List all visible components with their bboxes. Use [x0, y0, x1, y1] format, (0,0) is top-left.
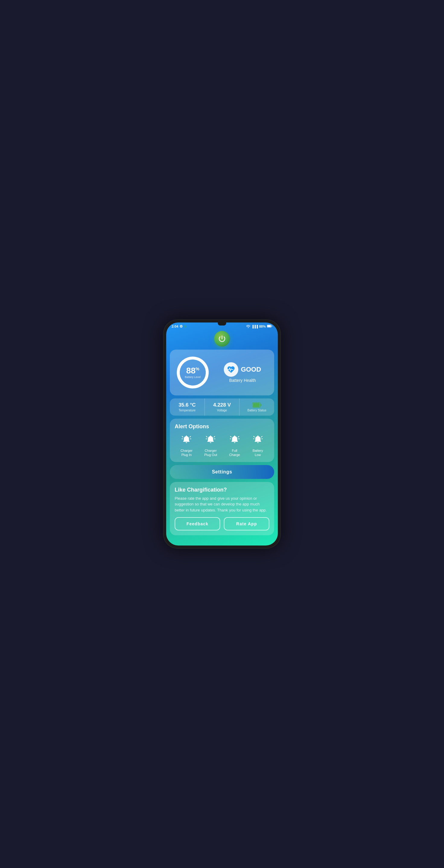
battery-status-label: Battery Status	[247, 409, 266, 412]
svg-line-17	[238, 436, 239, 437]
power-button-container	[166, 331, 278, 347]
full-charge-alert[interactable]: FullCharge	[229, 434, 240, 457]
like-card-buttons: Feedback Rate App	[175, 517, 269, 530]
battery-gauge: 88% Battery Level	[175, 354, 211, 391]
bell-ringing-icon-4	[252, 434, 264, 447]
temperature-stat: 35.6 °C Temperature	[170, 398, 205, 415]
alert-options-title: Alert Options	[175, 424, 269, 430]
temperature-value: 35.6 °C	[172, 402, 202, 408]
power-button[interactable]	[214, 331, 230, 347]
status-left: 2:04 ⚙ ↻	[172, 324, 186, 329]
like-card-title: Like Chargification?	[175, 487, 269, 493]
battery-level-value: 88%	[185, 367, 201, 375]
battery-icon	[267, 324, 272, 328]
voltage-value: 4.228 V	[207, 402, 237, 408]
battery-status-text: 88%	[259, 324, 266, 328]
svg-line-13	[214, 436, 215, 437]
battery-full-icon	[253, 402, 262, 408]
voltage-stat: 4.228 V Voltage	[205, 398, 240, 415]
svg-line-16	[230, 436, 231, 437]
sync-icon: ↻	[184, 325, 186, 328]
phone-screen: 2:04 ⚙ ↻ ▐▐▐ 88%	[166, 322, 278, 546]
camera-notch	[218, 322, 226, 326]
full-charge-label: FullCharge	[229, 448, 240, 457]
health-status: GOOD	[241, 366, 261, 373]
alert-options-card: Alert Options	[170, 418, 274, 462]
battery-status-stat: Battery Status	[239, 398, 274, 415]
voltage-label: Voltage	[207, 409, 237, 412]
svg-rect-2	[272, 326, 272, 327]
alert-items-row: ChargerPlug In	[175, 434, 269, 457]
health-icon-wrapper: GOOD	[224, 362, 261, 377]
charger-plug-in-alert[interactable]: ChargerPlug In	[180, 434, 193, 457]
svg-line-21	[261, 436, 262, 437]
battery-info-card: 88% Battery Level GOOD	[170, 350, 274, 396]
like-chargification-card: Like Chargification? Please rate the app…	[170, 482, 274, 535]
battery-low-alert[interactable]: BatteryLow	[252, 434, 264, 457]
charger-plug-in-label: ChargerPlug In	[180, 448, 193, 457]
heart-rate-icon	[224, 362, 238, 377]
signal-icon: ▐▐▐	[251, 325, 258, 328]
settings-button[interactable]: Settings	[170, 465, 274, 479]
svg-line-20	[254, 436, 254, 437]
svg-rect-6	[253, 403, 259, 407]
battery-level-label: Battery Level	[185, 375, 201, 378]
battery-status-icon-container: Battery Status	[242, 402, 272, 412]
wifi-icon	[246, 324, 250, 329]
svg-rect-7	[260, 404, 261, 406]
battery-health-section: GOOD Battery Health	[216, 362, 269, 383]
health-label: Battery Health	[229, 378, 256, 383]
stats-row: 35.6 °C Temperature 4.228 V Voltage Batt	[170, 398, 274, 415]
svg-line-9	[190, 436, 191, 437]
feedback-button[interactable]: Feedback	[175, 517, 220, 530]
svg-line-12	[206, 436, 207, 437]
settings-icon: ⚙	[179, 324, 183, 329]
battery-low-label: BatteryLow	[253, 448, 263, 457]
bell-ringing-icon-3	[229, 434, 240, 447]
svg-line-8	[182, 436, 183, 437]
charger-plug-out-label: ChargerPlug Out	[204, 448, 217, 457]
gauge-text-overlay: 88% Battery Level	[185, 367, 201, 378]
temperature-label: Temperature	[172, 409, 202, 412]
phone-frame: 2:04 ⚙ ↻ ▐▐▐ 88%	[163, 319, 281, 549]
main-scroll-area: 88% Battery Level GOOD	[166, 350, 278, 546]
svg-rect-1	[267, 325, 271, 327]
time-display: 2:04	[172, 324, 178, 328]
bell-ringing-icon-1	[181, 434, 192, 447]
rate-app-button[interactable]: Rate App	[224, 517, 269, 530]
status-right: ▐▐▐ 88%	[246, 324, 272, 329]
bell-ringing-icon-2	[205, 434, 216, 447]
charger-plug-out-alert[interactable]: ChargerPlug Out	[204, 434, 217, 457]
like-card-description: Please rate the app and give us your opi…	[175, 495, 269, 513]
